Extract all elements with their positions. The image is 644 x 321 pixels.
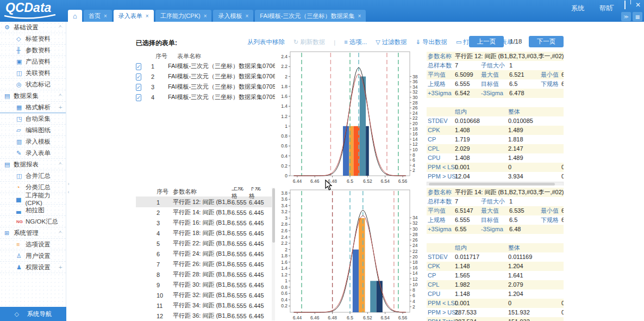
tab-close-icon[interactable]: × — [245, 13, 248, 19]
filter-data-button[interactable]: ▽过滤数据 — [376, 38, 407, 46]
stats-hscrollbar[interactable] — [427, 182, 564, 186]
tab-close-icon[interactable]: × — [146, 13, 149, 19]
sidebar-group-0[interactable]: ⚙基础设置^ — [0, 22, 66, 33]
svg-text:2: 2 — [412, 168, 415, 173]
sliders-icon: ╫ — [16, 47, 26, 53]
tab-label: 录入模板 — [218, 12, 242, 20]
sidebar-group-3[interactable]: ⊞系统管理^ — [0, 227, 66, 239]
sidebar-item-2-0[interactable]: ◫合并汇总 — [0, 170, 66, 182]
sidebar-item-2-4[interactable]: NGNG/OK汇总 — [0, 216, 66, 227]
metric-within: 0.001 — [455, 299, 470, 308]
tab-1[interactable]: 录入表单× — [114, 10, 154, 22]
checkbox-checked[interactable]: ✓ — [136, 73, 141, 81]
checkbox-checked[interactable]: ✓ — [136, 84, 141, 91]
restore-icon[interactable] — [621, 1, 629, 9]
sidebar-item-1-1[interactable]: ◳自动采集 — [0, 113, 66, 125]
param-row-6[interactable]: 7平行距 26: 间距 (B1,B2,T3...6.5556.445 — [136, 259, 273, 269]
sidebar-group-2[interactable]: ▤数据报表^ — [0, 159, 66, 170]
sidebar-item-1-3[interactable]: ▥录入模板 — [0, 136, 66, 147]
tag-icon: ◇ — [16, 35, 26, 42]
form-row-3[interactable]: ✓4FAI模板-三次元（三坐标）数据采集07051705 — [136, 92, 289, 102]
sidebar-groups: ⚙基础设置^◇标签资料╫参数资料▣产品资料◫关联资料◎状态标记▤数据采集^▦格式… — [0, 22, 66, 273]
expand-plus-icon[interactable]: + — [59, 104, 62, 110]
tab-home[interactable]: ⌂ — [68, 10, 82, 22]
tab-0[interactable]: 首页× — [84, 10, 112, 22]
minimize-icon[interactable]: – — [608, 1, 616, 9]
params-table-body: 1平行距 12: 间距 (B1,B2,T3...6.5556.4452平行距 1… — [136, 197, 273, 321]
form-row-2[interactable]: ✓3FAI模板-三次元（三坐标）数据采集07051800 — [136, 82, 289, 92]
svg-text:6.5: 6.5 — [347, 178, 353, 184]
system-navigation-button[interactable]: ◇ 系统导航 — [0, 307, 66, 321]
stat-value: 6.55 — [455, 225, 466, 234]
sidebar-item-0-1[interactable]: ╫参数资料 — [0, 45, 66, 56]
scrollbar-thumb[interactable] — [429, 183, 555, 186]
sidebar-item-label: 权限设置 — [26, 263, 51, 271]
tab-close-icon[interactable]: × — [358, 13, 361, 19]
expand-plus-icon[interactable]: + — [59, 264, 62, 270]
param-row-0[interactable]: 1平行距 12: 间距 (B1,B2,T3...6.5556.445 — [136, 197, 273, 207]
param-row-4[interactable]: 5平行距 22: 间距 (B1,B2,T3...6.5556.445 — [136, 238, 273, 249]
param-row-name: 平行距 18: 间距 (B1,B2,T3... — [173, 229, 232, 237]
param-row-10[interactable]: 11平行距 34: 间距 (B1,B2,T3...6.5556.445 — [136, 300, 273, 311]
stats-row: STDEV0.0117170.011169 — [427, 252, 564, 262]
panel-collapse-handles[interactable]: ›‹ — [66, 180, 71, 196]
param-row-9[interactable]: 10平行距 32: 间距 (B1,B2,T3...6.5556.445 — [136, 290, 273, 300]
sidebar-item-3-2[interactable]: ♟权限设置+ — [0, 262, 66, 273]
svg-text:6.46: 6.46 — [310, 178, 320, 184]
param-row-2[interactable]: 3平行距 16: 间距 (B1,B2,T3...6.5556.445 — [136, 218, 273, 228]
tab-2[interactable]: 工序能力(CPK)× — [155, 10, 212, 22]
tab-close-icon[interactable]: × — [204, 13, 207, 19]
sidebar-item-0-4[interactable]: ◎状态标记 — [0, 79, 66, 90]
sidebar-item-0-3[interactable]: ◫关联资料 — [0, 67, 66, 79]
sidebar-item-0-0[interactable]: ◇标签资料 — [0, 33, 66, 45]
form-row-0[interactable]: ✓1FAI模板-三次元（三坐标）数据采集07061500 — [136, 61, 289, 71]
sidebar-group-1[interactable]: ▤数据采集^ — [0, 90, 66, 102]
remove-from-list-button[interactable]: 从列表中移除 — [247, 38, 285, 46]
chevron-down-icon[interactable]: ≫ — [621, 12, 631, 21]
refresh-data-button[interactable]: ↻刷新数据 — [293, 38, 325, 46]
param-row-usl: 6.555 — [232, 303, 249, 309]
svg-text:0.2: 0.2 — [281, 303, 287, 308]
sidebar-item-3-0[interactable]: ≡选项设置 — [0, 239, 66, 250]
svg-text:12: 12 — [412, 276, 418, 282]
prev-page-button[interactable]: 上一页 — [469, 36, 504, 47]
tab-4[interactable]: FAI模板-三次元（三坐标）数据采集× — [255, 10, 366, 22]
sidebar-item-1-0[interactable]: ▦格式解析+ — [0, 102, 66, 113]
checkbox-checked[interactable]: ✓ — [136, 94, 141, 101]
param-row-8[interactable]: 9平行距 30: 间距 (B1,B2,T3...6.5556.445 — [136, 280, 273, 290]
sidebar-item-3-1[interactable]: ♙用户设置 — [0, 250, 66, 262]
stat-value: 6 — [561, 215, 564, 225]
stat-label: 上规格 — [428, 215, 446, 225]
param-row-1[interactable]: 2平行距 14: 间距 (B1,B2,T3...6.5556.445 — [136, 207, 273, 218]
tab-close-icon[interactable]: × — [104, 13, 107, 19]
next-page-button[interactable]: 下一页 — [529, 36, 564, 47]
sidebar-item-label: 录入表单 — [26, 149, 51, 157]
svg-text:6: 6 — [412, 293, 415, 298]
metric-overall: 0.011169 — [508, 252, 532, 262]
tab-3[interactable]: 录入模板× — [213, 10, 253, 22]
options-button[interactable]: ≡选项... — [344, 38, 367, 46]
sidebar-item-1-2[interactable]: ▱编辑图纸 — [0, 125, 66, 136]
export-data-button[interactable]: ⇓导出数据 — [416, 38, 447, 46]
param-row-11[interactable]: 12平行距 36: 间距 (B1,B2,T3...6.5556.445 — [136, 311, 273, 321]
param-row-7[interactable]: 8平行距 28: 间距 (B1,B2,T3...6.5556.445 — [136, 269, 273, 280]
sidebar-item-2-2[interactable]: ▅工序能力(CPK) — [0, 193, 66, 205]
stat-label: +3Sigma — [428, 89, 452, 98]
sidebar-item-0-2[interactable]: ▣产品资料 — [0, 56, 66, 67]
metric-within: 0.001 — [455, 163, 470, 172]
close-icon[interactable]: ✕ — [634, 1, 642, 9]
pie-icon: ◔ — [16, 184, 26, 190]
form-row-1[interactable]: ✓2FAI模板-三次元（三坐标）数据采集07061440 — [136, 71, 289, 82]
stats-row: 平均值6.5147最大值6.535最小值6 — [427, 206, 564, 215]
param-row-usl: 6.555 — [232, 292, 249, 299]
param-row-3[interactable]: 4平行距 18: 间距 (B1,B2,T3...6.5556.445 — [136, 228, 273, 238]
checkbox-checked[interactable]: ✓ — [136, 63, 141, 70]
sidebar-item-2-3[interactable]: ▃柏拉图 — [0, 205, 66, 216]
tab-list-icon[interactable]: ▦ — [633, 12, 642, 21]
param-row-5[interactable]: 6平行距 24: 间距 (B1,B2,T3...6.5556.445 — [136, 249, 273, 259]
system-menu[interactable]: 系统 — [571, 4, 584, 13]
param-name-label: 参数名称 — [428, 52, 452, 61]
sidebar-item-1-4[interactable]: ✎录入表单 — [0, 147, 66, 159]
svg-text:32: 32 — [412, 89, 418, 95]
inbox-icon: ▤ — [4, 92, 14, 100]
